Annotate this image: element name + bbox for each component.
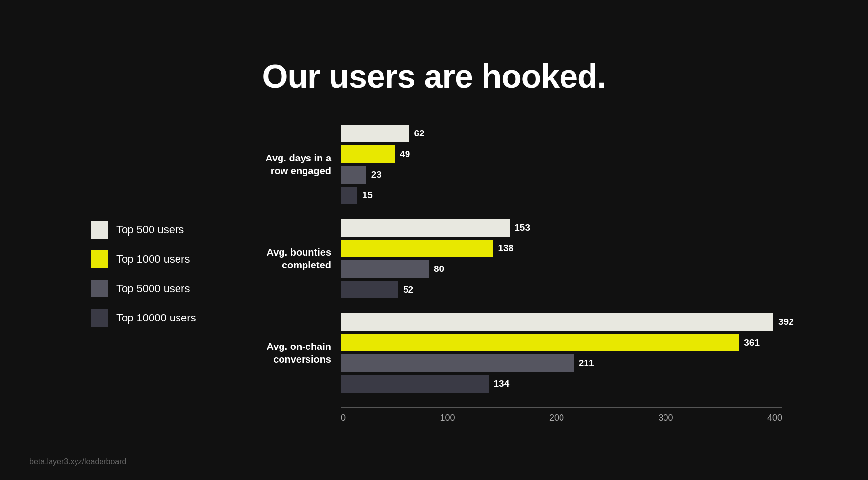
bar-value-avg-onchain-0: 392 [778, 317, 794, 327]
category-group-avg-onchain: Avg. on-chain conversions392361211134 [243, 313, 794, 393]
legend: Top 500 usersTop 1000 usersTop 5000 user… [91, 221, 204, 327]
bars-group-avg-days: 62492315 [341, 125, 794, 204]
bar-row: 80 [341, 260, 794, 278]
bar-row: 138 [341, 240, 794, 257]
bar-row: 15 [341, 187, 794, 204]
chart-container: Top 500 usersTop 1000 usersTop 5000 user… [91, 125, 777, 423]
legend-label-top5000: Top 5000 users [116, 282, 190, 295]
bar-row: 153 [341, 219, 794, 237]
x-axis: 0100200300400 [341, 407, 782, 423]
category-label-avg-days: Avg. days in a row engaged [243, 152, 331, 177]
legend-swatch-top5000 [91, 280, 108, 297]
legend-label-top500: Top 500 users [116, 223, 184, 236]
footer-url: beta.layer3.xyz/leaderboard [29, 457, 126, 466]
legend-item-top1000: Top 1000 users [91, 250, 204, 268]
bar-value-avg-days-0: 62 [414, 128, 425, 139]
legend-swatch-top500 [91, 221, 108, 239]
bar-value-avg-bounties-0: 153 [514, 222, 530, 233]
bar-row: 23 [341, 166, 794, 184]
bar-row: 134 [341, 375, 794, 393]
bar-value-avg-days-3: 15 [362, 190, 373, 201]
bars-group-avg-onchain: 392361211134 [341, 313, 794, 393]
bar-avg-days-0 [341, 125, 409, 142]
bar-avg-days-3 [341, 187, 357, 204]
x-axis-label: 100 [440, 413, 455, 423]
bar-avg-bounties-3 [341, 281, 398, 298]
bar-value-avg-onchain-1: 361 [744, 337, 760, 348]
bar-value-avg-onchain-3: 134 [494, 378, 510, 389]
chart-area: Avg. days in a row engaged62492315Avg. b… [243, 125, 794, 423]
legend-label-top10000: Top 10000 users [116, 312, 196, 324]
x-axis-label: 300 [658, 413, 673, 423]
bars-group-avg-bounties: 1531388052 [341, 219, 794, 298]
legend-item-top10000: Top 10000 users [91, 309, 204, 327]
bar-row: 361 [341, 334, 794, 351]
x-axis-label: 200 [549, 413, 564, 423]
bar-avg-onchain-2 [341, 354, 574, 372]
legend-item-top500: Top 500 users [91, 221, 204, 239]
bar-row: 62 [341, 125, 794, 142]
category-group-avg-bounties: Avg. bounties completed1531388052 [243, 219, 794, 298]
bar-avg-bounties-2 [341, 260, 429, 278]
bar-avg-onchain-3 [341, 375, 489, 393]
bar-value-avg-days-1: 49 [400, 149, 410, 160]
legend-swatch-top10000 [91, 309, 108, 327]
bar-row: 52 [341, 281, 794, 298]
legend-label-top1000: Top 1000 users [116, 253, 190, 266]
x-axis-label: 400 [767, 413, 782, 423]
bar-value-avg-onchain-2: 211 [579, 358, 594, 369]
legend-swatch-top1000 [91, 250, 108, 268]
legend-item-top5000: Top 5000 users [91, 280, 204, 297]
bar-value-avg-days-2: 23 [371, 169, 382, 180]
bar-value-avg-bounties-1: 138 [498, 243, 514, 254]
bar-avg-onchain-1 [341, 334, 739, 351]
category-group-avg-days: Avg. days in a row engaged62492315 [243, 125, 794, 204]
category-label-avg-bounties: Avg. bounties completed [243, 246, 331, 271]
bar-row: 211 [341, 354, 794, 372]
bar-avg-bounties-0 [341, 219, 510, 237]
bar-avg-days-2 [341, 166, 366, 184]
bar-row: 49 [341, 145, 794, 163]
bar-value-avg-bounties-2: 80 [434, 264, 444, 274]
page-title: Our users are hooked. [262, 57, 606, 95]
bar-value-avg-bounties-3: 52 [403, 284, 413, 295]
bar-avg-onchain-0 [341, 313, 773, 331]
category-label-avg-onchain: Avg. on-chain conversions [243, 340, 331, 366]
bar-row: 392 [341, 313, 794, 331]
bar-avg-days-1 [341, 145, 395, 163]
x-axis-label: 0 [341, 413, 346, 423]
bar-avg-bounties-1 [341, 240, 493, 257]
